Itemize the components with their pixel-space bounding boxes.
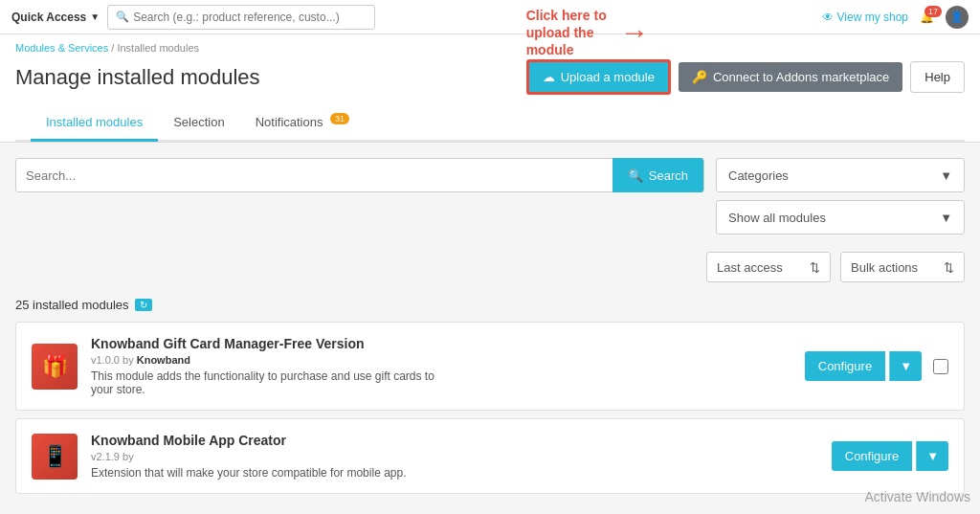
top-bar-right: 👁 View my shop 🔔 17 👤 bbox=[822, 6, 969, 29]
user-avatar[interactable]: 👤 bbox=[946, 6, 969, 29]
header-row: Manage installed modules Click here to u… bbox=[15, 59, 965, 104]
tab-selection[interactable]: Selection bbox=[158, 105, 239, 142]
tab-notifications[interactable]: Notifications 31 bbox=[240, 104, 365, 142]
module-by-1: by bbox=[122, 354, 134, 366]
module-logo-icon-1: 🎁 bbox=[42, 354, 68, 379]
module-search-input[interactable] bbox=[16, 168, 612, 183]
notifications-badge: 31 bbox=[330, 113, 349, 124]
quick-access-menu[interactable]: Quick Access ▼ bbox=[11, 11, 100, 24]
module-name-1: Knowband Gift Card Manager-Free Version bbox=[91, 336, 791, 351]
configure-dropdown-2[interactable]: ▼ bbox=[916, 441, 948, 471]
module-checkbox-1[interactable] bbox=[933, 359, 948, 374]
global-search-bar[interactable]: 🔍 bbox=[107, 5, 375, 30]
bulk-actions-dropdown[interactable]: Bulk actions ⇅ bbox=[840, 252, 965, 282]
last-access-sort[interactable]: Last access ⇅ bbox=[706, 252, 831, 282]
search-btn-label: Search bbox=[649, 168, 688, 183]
module-logo-2: 📱 bbox=[32, 434, 78, 480]
configure-button-1[interactable]: Configure bbox=[805, 351, 885, 381]
quick-access-arrow-icon: ▼ bbox=[90, 11, 100, 22]
search-btn-icon: 🔍 bbox=[628, 168, 643, 183]
installed-count-label: 25 installed modules bbox=[15, 298, 129, 312]
global-search-input[interactable] bbox=[133, 11, 367, 24]
module-name-2: Knowband Mobile App Creator bbox=[91, 433, 818, 448]
connect-btn-label: Connect to Addons marketplace bbox=[713, 70, 889, 84]
show-modules-label: Show all modules bbox=[728, 211, 826, 225]
callout-text: Click here to upload the module bbox=[526, 7, 614, 59]
sort-arrows-icon: ⇅ bbox=[810, 260, 820, 275]
module-desc-1: This module adds the functionality to pu… bbox=[91, 369, 455, 396]
notifications-icon[interactable]: 🔔 17 bbox=[920, 11, 934, 24]
search-filter-row: 🔍 Search Categories ▼ Show all modules ▼ bbox=[15, 158, 965, 235]
module-author-1: Knowband bbox=[137, 354, 190, 366]
module-logo-1: 🎁 bbox=[32, 344, 78, 390]
header-actions: Click here to upload the module → ☁ Uplo… bbox=[526, 59, 965, 95]
view-shop-label: View my shop bbox=[837, 11, 908, 24]
notifications-tab-label: Notifications bbox=[256, 115, 323, 129]
view-shop-link[interactable]: 👁 View my shop bbox=[822, 11, 908, 24]
cloud-upload-icon: ☁ bbox=[543, 70, 555, 84]
module-desc-2: Extension that will make your store comp… bbox=[91, 466, 455, 480]
module-logo-icon-2: 📱 bbox=[42, 444, 68, 469]
categories-label: Categories bbox=[728, 168, 789, 183]
module-meta-2: v2.1.9 by bbox=[91, 451, 818, 462]
configure-button-2[interactable]: Configure bbox=[832, 441, 912, 471]
selection-tab-label: Selection bbox=[173, 115, 224, 129]
categories-chevron-icon: ▼ bbox=[940, 168, 952, 183]
search-button[interactable]: 🔍 Search bbox=[612, 158, 703, 192]
upload-btn-label: Upload a module bbox=[561, 70, 655, 84]
eye-icon: 👁 bbox=[822, 11, 834, 24]
tabs: Installed modules Selection Notification… bbox=[15, 104, 965, 142]
search-icon: 🔍 bbox=[116, 11, 129, 23]
sort-action-bar: Last access ⇅ Bulk actions ⇅ bbox=[15, 246, 965, 288]
upload-module-button[interactable]: ☁ Upload a module bbox=[526, 59, 671, 95]
module-card-1: 🎁 Knowband Gift Card Manager-Free Versio… bbox=[15, 322, 965, 411]
notif-badge: 17 bbox=[924, 6, 942, 17]
top-bar-left: Quick Access ▼ 🔍 bbox=[11, 5, 375, 30]
filter-column: Categories ▼ Show all modules ▼ bbox=[716, 158, 965, 235]
module-search-bar[interactable]: 🔍 Search bbox=[15, 158, 704, 192]
module-info-1: Knowband Gift Card Manager-Free Version … bbox=[91, 336, 791, 396]
show-modules-filter[interactable]: Show all modules ▼ bbox=[716, 200, 965, 235]
last-access-label: Last access bbox=[717, 260, 783, 275]
key-icon: 🔑 bbox=[692, 70, 707, 84]
tab-installed-modules[interactable]: Installed modules bbox=[31, 105, 158, 142]
module-info-2: Knowband Mobile App Creator v2.1.9 by Ex… bbox=[91, 433, 818, 480]
help-btn-label: Help bbox=[924, 70, 950, 84]
module-actions-1: Configure ▼ bbox=[805, 351, 948, 381]
callout-arrow: → bbox=[620, 16, 649, 49]
breadcrumb: Modules & Services / Installed modules bbox=[15, 42, 965, 54]
module-card-2: 📱 Knowband Mobile App Creator v2.1.9 by … bbox=[15, 418, 965, 494]
categories-filter[interactable]: Categories ▼ bbox=[716, 158, 965, 192]
callout-annotation: Click here to upload the module → bbox=[526, 7, 649, 59]
connect-addons-button[interactable]: 🔑 Connect to Addons marketplace bbox=[679, 62, 902, 92]
bulk-actions-chevron-icon: ⇅ bbox=[944, 260, 954, 275]
module-version-2: v2.1.9 bbox=[91, 451, 120, 462]
module-actions-2: Configure ▼ bbox=[832, 441, 948, 471]
show-modules-chevron-icon: ▼ bbox=[940, 211, 952, 225]
page-header: Modules & Services / Installed modules M… bbox=[0, 34, 980, 143]
help-button[interactable]: Help bbox=[910, 61, 965, 93]
module-meta-1: v1.0.0 by Knowband bbox=[91, 354, 791, 366]
breadcrumb-installed: Installed modules bbox=[117, 42, 199, 54]
modules-count: 25 installed modules ↻ bbox=[15, 298, 965, 312]
configure-dropdown-1[interactable]: ▼ bbox=[889, 351, 922, 381]
breadcrumb-modules-link[interactable]: Modules & Services bbox=[15, 42, 108, 54]
count-badge: ↻ bbox=[135, 299, 152, 311]
module-version-1: v1.0.0 bbox=[91, 354, 120, 366]
installed-modules-tab-label: Installed modules bbox=[46, 115, 143, 129]
quick-access-label: Quick Access bbox=[11, 11, 86, 24]
top-bar: Quick Access ▼ 🔍 👁 View my shop 🔔 17 👤 bbox=[0, 0, 980, 34]
bulk-actions-label: Bulk actions bbox=[851, 260, 918, 275]
main-content: 🔍 Search Categories ▼ Show all modules ▼… bbox=[0, 143, 980, 514]
page-title: Manage installed modules bbox=[15, 65, 260, 90]
module-by-2: by bbox=[122, 451, 134, 462]
